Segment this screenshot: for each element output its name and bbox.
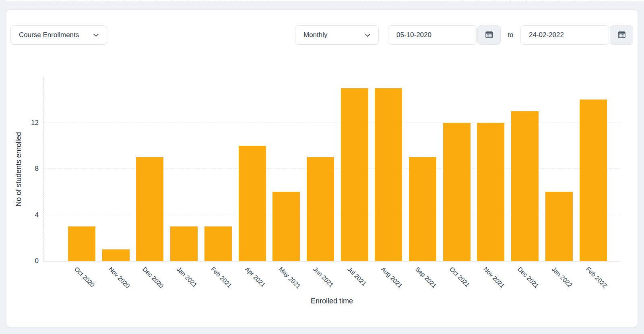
x-axis-label: Feb 2021 <box>209 266 233 289</box>
x-axis-label: May 2021 <box>277 266 302 290</box>
bar-oct-2020[interactable] <box>68 226 95 261</box>
bar-jan-2021[interactable] <box>170 226 198 261</box>
x-axis-title: Enrolled time <box>43 297 620 305</box>
bar-nov-2021[interactable] <box>477 123 504 261</box>
bar-apr-2021[interactable] <box>239 146 266 261</box>
navbar-bottom-edge <box>6 0 644 1</box>
bar-jun-2021[interactable] <box>307 157 334 261</box>
y-axis-tick-label: 12 <box>18 119 39 127</box>
x-axis-label: Jun 2021 <box>312 266 335 289</box>
y-axis-tick-label: 0 <box>18 257 39 265</box>
x-axis-label: Nov 2021 <box>482 266 506 290</box>
y-axis-title: No of students enrolled <box>14 132 23 206</box>
x-axis-label: Feb 2022 <box>584 266 608 289</box>
x-axis-label: Apr 2021 <box>244 266 266 288</box>
bar-jul-2021[interactable] <box>341 88 368 261</box>
y-axis-tick-label: 4 <box>18 211 39 219</box>
bar-may-2021[interactable] <box>272 192 300 261</box>
bar-aug-2021[interactable] <box>375 88 402 261</box>
bar-dec-2020[interactable] <box>136 157 163 261</box>
x-axis-label: Sep 2021 <box>414 266 438 290</box>
bar-oct-2021[interactable] <box>443 123 471 261</box>
x-axis-label: Jan 2022 <box>550 266 574 289</box>
bar-feb-2021[interactable] <box>204 226 232 261</box>
x-axis-label: Oct 2020 <box>73 266 96 288</box>
x-axis-label: Dec 2021 <box>516 266 540 290</box>
bar-dec-2021[interactable] <box>511 111 539 261</box>
x-axis-label: Nov 2020 <box>107 266 131 290</box>
x-axis-label: Jul 2021 <box>346 266 367 287</box>
bar-jan-2022[interactable] <box>545 192 573 261</box>
dashboard-card: Course Enrollments Monthly <box>6 9 638 327</box>
chart-plot-area <box>43 77 620 261</box>
x-axis-label: Dec 2020 <box>141 266 165 290</box>
x-axis-label: Aug 2021 <box>380 266 404 290</box>
enrollments-bar-chart: 04812Oct 2020Nov 2020Dec 2020Jan 2021Feb… <box>6 10 638 327</box>
x-axis-label: Jan 2021 <box>175 266 198 289</box>
x-axis-label: Oct 2021 <box>448 266 471 288</box>
bar-nov-2020[interactable] <box>102 249 130 261</box>
bar-feb-2022[interactable] <box>580 100 607 261</box>
bar-sep-2021[interactable] <box>409 157 436 261</box>
